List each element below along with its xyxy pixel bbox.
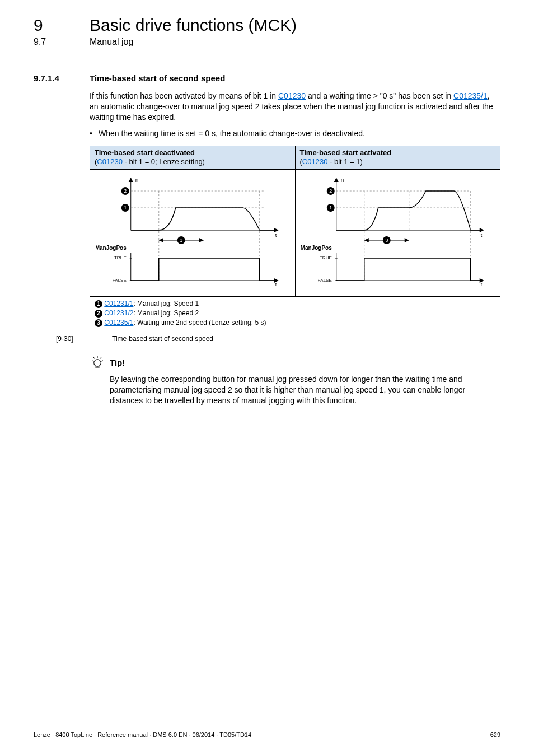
- false-label-r: FALSE: [317, 278, 331, 283]
- svg-marker-14: [199, 238, 204, 242]
- text-run: - bit 1 = 0; Lenze setting): [123, 157, 205, 166]
- manjogpos-label-r: ManJogPos: [301, 245, 332, 251]
- true-label: TRUE: [114, 255, 127, 260]
- text-run: : Manual jog: Speed 2: [133, 309, 199, 317]
- chapter-number: 9: [34, 16, 90, 35]
- bullet-text: When the waiting time is set = 0 s, the …: [99, 128, 500, 139]
- link-c01230-right[interactable]: C01230: [302, 157, 328, 166]
- chart-left-cell: n t 2 1: [90, 170, 296, 297]
- circled-3-icon: 3: [95, 319, 102, 327]
- tip-body: By leaving the corresponding button for …: [110, 374, 500, 406]
- text-run: : Waiting time 2nd speed (Lenze setting:…: [133, 319, 266, 326]
- svg-text:1: 1: [124, 205, 127, 211]
- legend-item-1: 1 C01231/1: Manual jog: Speed 1: [95, 299, 495, 309]
- axis-n-label: n: [135, 177, 139, 183]
- footer-pagenum: 629: [490, 731, 500, 738]
- link-c01231-2[interactable]: C01231/2: [104, 309, 133, 317]
- text-run: : Manual jog: Speed 1: [133, 300, 199, 307]
- circled-2-icon: 2: [95, 310, 102, 318]
- chapter-title: Basic drive functions (MCK): [90, 16, 297, 35]
- lightbulb-icon: [90, 355, 105, 371]
- legend-item-3: 3 C01235/1: Waiting time 2nd speed (Lenz…: [95, 318, 495, 328]
- text-run: and a waiting time > "0 s" has been set …: [306, 91, 453, 100]
- svg-text:2: 2: [124, 188, 127, 194]
- text-run: If this function has been activated by m…: [90, 91, 278, 100]
- link-c01231-1[interactable]: C01231/1: [104, 300, 133, 307]
- svg-marker-23: [334, 178, 338, 182]
- svg-marker-37: [404, 238, 409, 242]
- figure-caption-number: [9-30]: [34, 335, 112, 343]
- link-c01230[interactable]: C01230: [278, 91, 306, 100]
- legend-item-2: 2 C01231/2: Manual jog: Speed 2: [95, 309, 495, 318]
- page-header: 9 Basic drive functions (MCK) 9.7 Manual…: [0, 0, 534, 53]
- axis-t-label-r: t: [480, 232, 482, 238]
- tip-label: Tip!: [110, 358, 125, 367]
- tip-block: Tip! By leaving the corresponding button…: [90, 355, 500, 406]
- footer-left: Lenze · 8400 TopLine · Reference manual …: [34, 731, 251, 738]
- fig-header-right-strong: Time-based start activated: [300, 148, 392, 157]
- svg-line-46: [92, 361, 94, 361]
- link-c01230-left[interactable]: C01230: [97, 157, 123, 166]
- svg-marker-36: [364, 238, 368, 242]
- svg-text:3: 3: [180, 237, 182, 243]
- bullet-item: • When the waiting time is set = 0 s, th…: [90, 128, 500, 139]
- bullet-marker: •: [90, 128, 99, 139]
- true-label-r: TRUE: [319, 255, 331, 260]
- figure-caption: [9-30] Time-based start of second speed: [34, 335, 500, 343]
- link-c01235-1-legend[interactable]: C01235/1: [104, 319, 133, 326]
- fig-header-left: Time-based start deactivated (C01230 - b…: [90, 146, 296, 170]
- svg-marker-1: [129, 178, 133, 182]
- section-title: Manual jog: [90, 37, 133, 47]
- subsection-number: 9.7.1.4: [34, 73, 90, 83]
- false-label: FALSE: [113, 278, 127, 283]
- svg-rect-51: [96, 366, 99, 368]
- figure-caption-text: Time-based start of second speed: [112, 335, 213, 343]
- paragraph-1: If this function has been activated by m…: [90, 91, 500, 123]
- link-c01235-1[interactable]: C01235/1: [453, 91, 488, 100]
- section-number: 9.7: [34, 37, 90, 47]
- figure-legend: 1 C01231/1: Manual jog: Speed 1 2 C01231…: [90, 297, 500, 330]
- svg-text:2: 2: [329, 188, 332, 194]
- chart-left: n t 2 1: [96, 174, 289, 286]
- svg-point-50: [94, 359, 101, 366]
- divider: [34, 62, 500, 62]
- circled-1-icon: 1: [95, 300, 102, 308]
- content-area: 9.7.1.4 Time-based start of second speed…: [0, 73, 534, 405]
- axis-t-label-r2: t: [480, 282, 482, 286]
- svg-marker-13: [159, 238, 163, 242]
- axis-n-label-r: n: [340, 177, 344, 183]
- page-footer: Lenze · 8400 TopLine · Reference manual …: [34, 731, 500, 738]
- manjogpos-label: ManJogPos: [96, 245, 127, 251]
- subsection-title: Time-based start of second speed: [90, 73, 225, 83]
- svg-line-48: [93, 357, 95, 359]
- axis-t-label: t: [275, 232, 277, 238]
- svg-line-47: [101, 361, 103, 361]
- axis-t-label-2: t: [275, 282, 277, 286]
- chart-right-cell: n t 2 1: [295, 170, 500, 297]
- figure-table: Time-based start deactivated (C01230 - b…: [90, 146, 500, 330]
- fig-header-left-strong: Time-based start deactivated: [95, 148, 195, 157]
- page-root: 9 Basic drive functions (MCK) 9.7 Manual…: [0, 0, 534, 756]
- svg-text:3: 3: [385, 237, 388, 243]
- svg-text:1: 1: [329, 205, 332, 211]
- fig-header-right: Time-based start activated (C01230 - bit…: [295, 146, 500, 170]
- body-text: If this function has been activated by m…: [90, 91, 500, 139]
- text-run: - bit 1 = 1): [327, 157, 363, 166]
- chart-right: n t 2 1: [301, 174, 495, 286]
- svg-line-49: [100, 357, 101, 359]
